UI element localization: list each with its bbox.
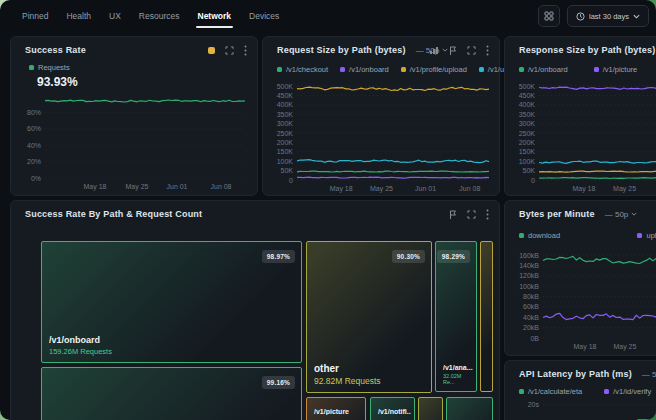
treemap-box--v1-notifi-[interactable]: /v1/notifi... (370, 397, 415, 420)
svg-text:20%: 20% (27, 158, 41, 165)
svg-text:450K: 450K (277, 92, 294, 99)
nav-tab-pinned[interactable]: Pinned (22, 11, 48, 21)
panel-title: Request Size by Path (bytes) (277, 45, 406, 55)
svg-text:80kB: 80kB (523, 293, 539, 300)
chart-legend: Requests (29, 63, 70, 72)
bytes-per-minute-chart[interactable]: 0B20kB40kB60kB80kB100kB120kB140kB160kBMa… (513, 245, 656, 351)
svg-text:0: 0 (289, 177, 293, 184)
panel-success-rate-by-path: Success Rate By Path & Request Count 98.… (10, 200, 500, 420)
chart-type-icon[interactable] (429, 46, 439, 55)
chevron-down-icon (631, 212, 637, 216)
kebab-menu-icon[interactable] (244, 45, 247, 56)
chevron-down-icon (633, 14, 640, 19)
time-range-selector[interactable]: last 30 days (567, 5, 649, 27)
svg-text:200K: 200K (277, 139, 294, 146)
flag-icon[interactable] (449, 46, 457, 56)
svg-text:May 25: May 25 (613, 343, 636, 351)
alert-indicator-icon[interactable] (208, 47, 215, 54)
legend-item[interactable]: download (519, 231, 560, 240)
svg-text:500K: 500K (277, 83, 294, 90)
panel-title: API Latency by Path (ms) (519, 369, 632, 379)
grid-layout-button[interactable] (538, 5, 560, 27)
treemap-box--v1-picture[interactable]: /v1/picture (306, 397, 366, 420)
aggregation-dropdown[interactable]: — 50p (642, 370, 656, 379)
treemap-box--v1-ana-[interactable]: 98.29%/v1/ana...32.02M Re... (435, 241, 477, 392)
chart-legend: /v1/onboard/v1/picture/v1/profi (519, 65, 656, 74)
success-rate-badge: 98.97% (262, 250, 295, 263)
svg-text:May 18: May 18 (84, 183, 107, 191)
top-nav: PinnedHealthUXResourcesNetworkDevices la… (0, 0, 656, 32)
svg-text:150K: 150K (519, 148, 536, 155)
svg-text:150K: 150K (277, 148, 294, 155)
svg-text:50K: 50K (281, 167, 294, 174)
expand-icon[interactable] (467, 46, 476, 55)
svg-text:100K: 100K (277, 158, 294, 165)
svg-text:40%: 40% (27, 142, 41, 149)
svg-text:300K: 300K (519, 120, 536, 127)
kebab-menu-icon[interactable] (486, 209, 489, 220)
panel-title: Bytes per Minute (519, 209, 595, 219)
panel-title: Success Rate By Path & Request Count (25, 209, 202, 219)
svg-text:50K: 50K (523, 167, 536, 174)
legend-item[interactable]: upload (637, 231, 656, 240)
nav-controls: last 30 days Filter/Co (538, 5, 656, 27)
treemap: 98.97%/v1/onboard159.26M Requests99.16%9… (41, 241, 493, 420)
success-rate-badge: 99.16% (262, 376, 295, 389)
svg-text:400K: 400K (277, 101, 294, 108)
request-size-chart[interactable]: 050K100K150K200K250K300K350K400K450K500K… (271, 81, 495, 193)
treemap-label: /v1/ana...32.02M Re... (443, 364, 473, 385)
svg-text:300K: 300K (277, 120, 294, 127)
svg-text:20kB: 20kB (523, 324, 539, 331)
kebab-menu-icon[interactable] (486, 45, 489, 56)
svg-text:80%: 80% (27, 109, 41, 116)
expand-icon[interactable] (467, 210, 476, 219)
svg-text:350K: 350K (519, 111, 536, 118)
panel-actions (429, 45, 489, 56)
svg-text:120kB: 120kB (519, 272, 539, 279)
treemap-box[interactable]: 99.16% (41, 367, 302, 420)
svg-text:Jun 01: Jun 01 (415, 185, 436, 192)
success-rate-chart[interactable]: 0%20%40%60%80%May 18May 25Jun 01Jun 08 (19, 91, 251, 191)
panel-request-size: Request Size by Path (bytes) — 50p /v1/c… (262, 36, 500, 196)
svg-text:250K: 250K (277, 130, 294, 137)
nav-tab-health[interactable]: Health (66, 11, 91, 21)
response-size-chart[interactable]: 050K100K150K200K250K300K350K400K450K500K… (513, 81, 656, 193)
expand-icon[interactable] (225, 46, 234, 55)
nav-tab-network[interactable]: Network (198, 11, 232, 21)
svg-text:May 25: May 25 (613, 185, 636, 193)
legend-item[interactable]: /v1/onboard (519, 65, 568, 74)
panel-title: Success Rate (25, 45, 86, 55)
legend-item[interactable]: /v1/profile/upload (401, 65, 467, 74)
svg-text:May 25: May 25 (370, 185, 393, 193)
legend-item[interactable]: Requests (29, 63, 70, 72)
nav-tab-devices[interactable]: Devices (249, 11, 279, 21)
aggregation-dropdown[interactable]: — 50p (605, 210, 638, 219)
svg-text:400K: 400K (519, 101, 536, 108)
svg-text:0B: 0B (530, 335, 539, 342)
treemap-box-other[interactable]: 90.30%other92.82M Requests (306, 241, 432, 393)
panel-actions (449, 209, 489, 220)
treemap-box[interactable] (418, 397, 443, 420)
treemap-box[interactable] (480, 241, 493, 392)
svg-text:350K: 350K (277, 111, 294, 118)
treemap-box--v1-onboard[interactable]: 98.97%/v1/onboard159.26M Requests (41, 241, 302, 363)
api-latency-chart[interactable]: 20s (513, 389, 656, 420)
panel-api-latency: API Latency by Path (ms) — 50p /v1/calcu… (504, 360, 656, 420)
svg-text:200K: 200K (519, 139, 536, 146)
clock-icon (576, 12, 585, 21)
flag-icon[interactable] (449, 210, 457, 220)
legend-item[interactable]: /v1/onboard (340, 65, 389, 74)
svg-text:0%: 0% (31, 175, 41, 182)
treemap-box[interactable] (446, 397, 493, 420)
svg-text:500K: 500K (519, 83, 536, 90)
grid-icon (544, 11, 554, 21)
nav-tab-ux[interactable]: UX (109, 11, 121, 21)
treemap-label: other92.82M Requests (314, 363, 428, 386)
treemap-label: /v1/notifi... (378, 408, 411, 415)
legend-item[interactable]: /v1/checkout (277, 65, 328, 74)
panel-bytes-per-minute: Bytes per Minute — 50p downloadupload 0B… (504, 200, 656, 356)
nav-tab-resources[interactable]: Resources (139, 11, 180, 21)
panel-actions (208, 45, 247, 56)
svg-text:140kB: 140kB (519, 262, 539, 269)
legend-item[interactable]: /v1/picture (594, 65, 638, 74)
